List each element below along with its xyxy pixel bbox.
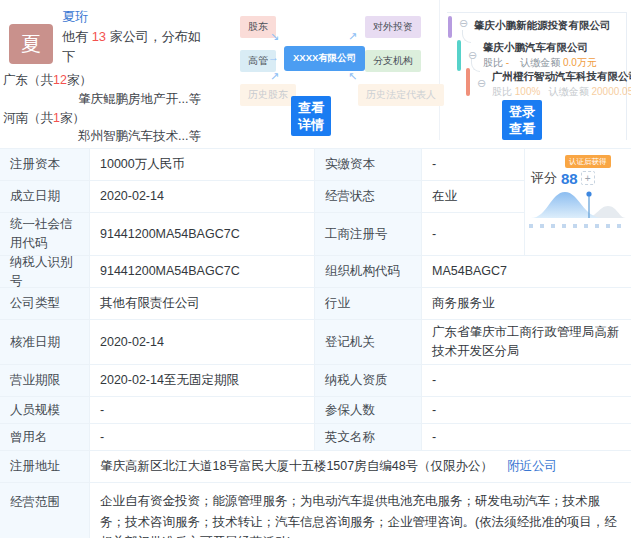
field-value: - xyxy=(422,365,631,397)
tree-bar-teal xyxy=(457,40,461,71)
field-value: 2020-02-14至无固定期限 xyxy=(90,365,315,397)
ratio-label: 股比 xyxy=(483,57,503,68)
region-label-suffix: 家） xyxy=(60,111,85,125)
amount-value: 0.0万元 xyxy=(563,57,597,68)
amount-value: 20000.05 人民币 xyxy=(591,86,631,97)
collapse-minus-icon[interactable]: ⊖ xyxy=(459,17,468,30)
field-value: 10000万人民币 xyxy=(90,149,315,181)
node-branches: 分支机构 xyxy=(365,50,421,72)
region-label-suffix: 家） xyxy=(67,73,92,87)
business-scope: 企业自有资金投资；能源管理服务；为电动汽车提供电池充电服务；研发电动汽车；技术服… xyxy=(100,494,617,538)
field-value: - xyxy=(422,213,525,256)
field-label: 公司类型 xyxy=(0,288,90,320)
field-label: 注册地址 xyxy=(0,451,90,483)
field-label: 曾用名 xyxy=(0,424,90,451)
view-detail-button[interactable]: 查看详情 xyxy=(291,96,331,136)
region-example-company: 肇庆鲲鹏房地产开...等 xyxy=(78,91,201,108)
avatar: 夏 xyxy=(9,24,53,64)
node-history-legal-rep: 历史法定代表人 xyxy=(358,84,444,106)
person-name-link[interactable]: 夏珩 xyxy=(62,8,88,26)
field-value: 2020-02-14 xyxy=(90,181,315,213)
region-row-henan: 河南（共1家） xyxy=(3,110,85,127)
field-value: 其他有限责任公司 xyxy=(90,288,315,320)
score-label: 评分 xyxy=(531,169,557,187)
login-view-button[interactable]: 登录查看 xyxy=(502,100,542,140)
view-detail-line2: 详情 xyxy=(298,116,324,133)
region-label: 广东（共 xyxy=(3,73,53,87)
field-label: 人员规模 xyxy=(0,397,90,424)
arrow-up-right-icon: ↗ xyxy=(348,30,357,43)
certify-badge: 认证后获得 xyxy=(565,155,611,168)
field-value: 在业 xyxy=(422,181,525,213)
tree-company-name: 肇庆小鹏新能源投资有限公司 xyxy=(474,19,611,33)
field-label: 参保人数 xyxy=(315,397,422,424)
tree-company-name: 肇庆小鹏汽车有限公司 xyxy=(483,41,588,55)
field-value: - xyxy=(90,397,315,424)
company-count: 13 xyxy=(92,29,106,44)
node-outbound-investments: 对外投资 xyxy=(365,16,421,38)
summary-prefix: 他有 xyxy=(62,29,92,44)
business-scope-cell: 企业自有资金投资；能源管理服务；为电动汽车提供电池充电服务；研发电动汽车；技术服… xyxy=(90,483,631,538)
region-row-guangdong: 广东（共12家） xyxy=(3,72,92,89)
amount-label: 认缴金额 xyxy=(520,57,560,68)
field-label: 营业期限 xyxy=(0,365,90,397)
view-detail-line1: 查看 xyxy=(298,99,324,116)
equity-tree-panel: ⊖ 肇庆小鹏新能源投资有限公司 ⊖ 肇庆小鹏汽车有限公司 股比 - 认缴金额 0… xyxy=(440,0,631,148)
person-summary: 他有 13 家公司，分布如下 xyxy=(62,27,212,67)
tree-bar-purple xyxy=(448,16,452,38)
arrow-down-right-icon: ↘ xyxy=(270,30,279,43)
field-label: 纳税人识别号 xyxy=(0,256,90,288)
field-label: 经营范围 xyxy=(0,483,90,538)
score-value: 88 xyxy=(561,170,578,187)
relationship-diagram: 股东 高管 历史股东 XXXX有限公司 对外投资 分支机构 历史法定代表人 ↘ … xyxy=(212,0,440,140)
field-value: 91441200MA54BAGC7C xyxy=(90,256,315,288)
registration-table-top: 注册资本 10000万人民币 实缴资本 - 成立日期 2020-02-14 经营… xyxy=(0,148,631,256)
field-value: - xyxy=(422,149,525,181)
field-label: 登记机关 xyxy=(315,320,422,365)
arrow-right-icon: → xyxy=(346,51,357,63)
login-line2: 查看 xyxy=(509,120,535,137)
registered-address: 肇庆高新区北江大道18号富民大厦十五楼1507房自编48号（仅限办公） xyxy=(100,457,493,476)
field-label: 英文名称 xyxy=(315,424,422,451)
region-count: 1 xyxy=(53,111,60,125)
tree-bar-orange xyxy=(466,68,470,96)
node-history-shareholders: 历史股东 xyxy=(240,84,296,106)
score-widget: 认证后获得 评分 88 + xyxy=(525,149,631,256)
axis-ticks xyxy=(529,224,627,228)
arrow-up-right-icon: ↗ xyxy=(270,70,279,83)
tree-company-detail: 股比 - 认缴金额 0.0万元 xyxy=(483,56,597,70)
field-label: 核准日期 xyxy=(0,320,90,365)
ratio-value: - xyxy=(506,57,509,68)
registration-table-main: 纳税人识别号 91441200MA54BAGC7C 组织机构代码 MA54BAG… xyxy=(0,256,631,538)
field-label: 行业 xyxy=(315,288,422,320)
field-label: 实缴资本 xyxy=(315,149,422,181)
field-value: 2020-02-14 xyxy=(90,320,315,365)
registered-address-cell: 肇庆高新区北江大道18号富民大厦十五楼1507房自编48号（仅限办公） 附近公司 xyxy=(90,451,631,483)
field-label: 纳税人资质 xyxy=(315,365,422,397)
collapse-minus-icon[interactable]: ⊖ xyxy=(477,77,486,90)
tree-company-detail: 股比 100% 认缴金额 20000.05 人民币 xyxy=(492,85,631,99)
amount-label: 认缴金额 xyxy=(549,86,589,97)
field-label: 工商注册号 xyxy=(315,213,422,256)
field-label: 统一社会信用代码 xyxy=(0,213,90,256)
add-score-button[interactable]: + xyxy=(581,171,595,185)
nearby-companies-link[interactable]: 附近公司 xyxy=(507,457,557,476)
ratio-value: 100% xyxy=(515,86,541,97)
field-value: - xyxy=(422,424,631,451)
field-value: 91441200MA54BAGC7C xyxy=(90,213,315,256)
field-value: - xyxy=(422,397,631,424)
region-label: 河南（共 xyxy=(3,111,53,125)
field-label: 经营状态 xyxy=(315,181,422,213)
field-value: - xyxy=(90,424,315,451)
arrow-up-left-icon: ↖ xyxy=(348,70,357,83)
field-label: 注册资本 xyxy=(0,149,90,181)
person-card: 夏 夏珩 他有 13 家公司，分布如下 广东（共12家） 肇庆鲲鹏房地产开...… xyxy=(0,0,212,148)
login-line1: 登录 xyxy=(509,103,535,120)
region-count: 12 xyxy=(53,73,67,87)
field-value: 广东省肇庆市工商行政管理局高新技术开发区分局 xyxy=(422,320,631,365)
field-value: 商务服务业 xyxy=(422,288,631,320)
field-label: 成立日期 xyxy=(0,181,90,213)
score-distribution-chart xyxy=(529,189,627,228)
region-example-company: 郑州智鹏汽车技术...等 xyxy=(78,128,201,145)
arrow-right-icon: → xyxy=(268,51,279,63)
